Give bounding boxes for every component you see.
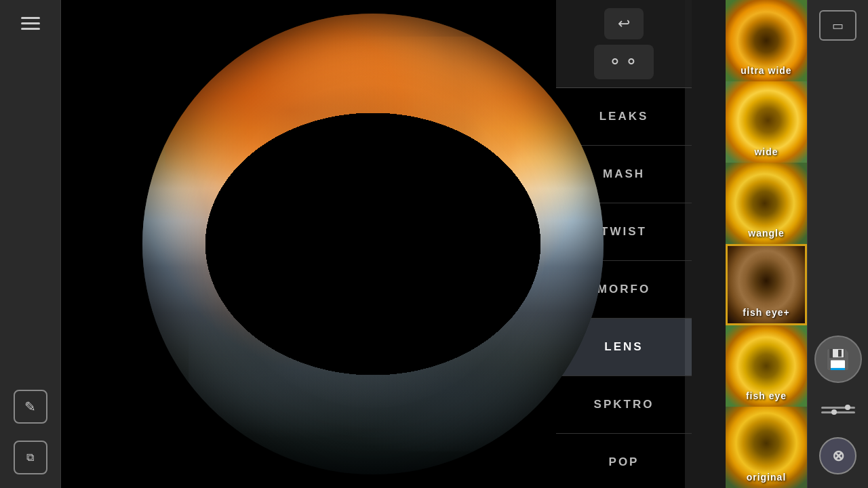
fisheye-vignette xyxy=(61,0,685,488)
layers-icon: ⧉ xyxy=(26,451,34,464)
menu-button[interactable] xyxy=(14,10,47,37)
save-disk-button[interactable]: 💾 xyxy=(814,336,862,383)
thumb-fish-eye[interactable]: fish eye xyxy=(726,325,807,407)
thumb-wangle-label: wangle xyxy=(726,228,807,239)
edit-icon: ✎ xyxy=(24,399,36,415)
layers-button[interactable]: ⧉ xyxy=(14,441,47,474)
thumb-original[interactable]: original xyxy=(726,407,807,488)
left-sidebar: ✎ ⧉ xyxy=(0,0,61,488)
main-canvas xyxy=(61,0,685,488)
thumb-fish-eye-plus-label: fish eye+ xyxy=(728,307,805,318)
hamburger-line-2 xyxy=(21,22,40,24)
right-bottom-tools: 💾 ⊗ xyxy=(814,336,862,474)
right-sidebar: ▭ 💾 ⊗ xyxy=(807,0,868,488)
thumb-ultra-wide-label: ultra wide xyxy=(726,65,807,76)
thumb-wide[interactable]: wide xyxy=(726,81,807,163)
slider-line-2 xyxy=(821,411,855,413)
thumb-wide-label: wide xyxy=(726,146,807,157)
edit-button[interactable]: ✎ xyxy=(14,390,47,424)
thumb-fish-eye-label: fish eye xyxy=(726,390,807,401)
slider-line-1 xyxy=(821,407,855,409)
hamburger-line-3 xyxy=(21,28,40,30)
window-icon: ▭ xyxy=(832,18,844,33)
window-button[interactable]: ▭ xyxy=(819,10,856,41)
sliders-button[interactable] xyxy=(821,396,855,424)
hamburger-line-1 xyxy=(21,17,40,19)
left-bottom-tools: ✎ ⧉ xyxy=(14,390,47,474)
thumb-ultra-wide[interactable]: ultra wide xyxy=(726,0,807,81)
blend-icon: ⊗ xyxy=(832,447,844,465)
filter-thumbnails: ultra wide wide wangle fish eye+ fish ey… xyxy=(726,0,807,488)
thumb-original-label: original xyxy=(726,472,807,483)
blend-button[interactable]: ⊗ xyxy=(819,437,856,474)
save-disk-icon: 💾 xyxy=(826,348,850,371)
thumb-wangle[interactable]: wangle xyxy=(726,163,807,244)
thumb-fish-eye-plus[interactable]: fish eye+ xyxy=(726,244,807,325)
